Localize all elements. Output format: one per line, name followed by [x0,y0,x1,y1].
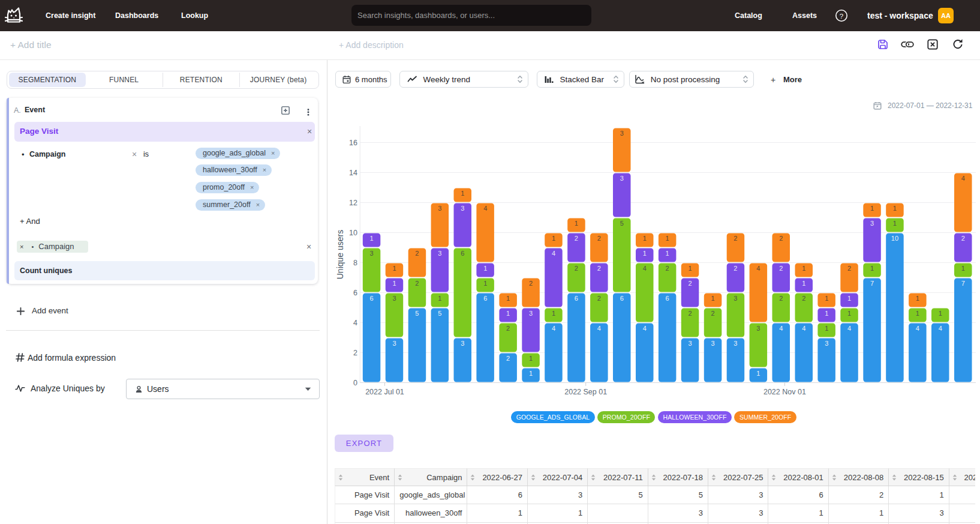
svg-text:2: 2 [779,265,783,272]
svg-text:1: 1 [438,295,441,302]
svg-text:2: 2 [415,280,419,287]
svg-text:2: 2 [847,265,851,272]
svg-text:2: 2 [689,280,692,287]
svg-text:1: 1 [825,310,828,317]
svg-text:1: 1 [392,280,396,287]
svg-text:2: 2 [415,250,419,257]
svg-text:1: 1 [939,310,942,317]
svg-text:2: 2 [506,325,510,332]
svg-text:3: 3 [392,340,396,347]
svg-text:2: 2 [779,295,783,302]
svg-text:1: 1 [552,310,555,317]
svg-text:4: 4 [802,325,805,332]
svg-text:4: 4 [552,250,555,257]
svg-text:1: 1 [483,280,487,287]
svg-text:1: 1 [802,265,805,272]
svg-text:6: 6 [369,295,373,302]
svg-text:8: 8 [353,259,357,267]
svg-text:1: 1 [461,190,464,197]
svg-text:1: 1 [870,265,874,272]
svg-text:1: 1 [369,235,373,242]
svg-text:1: 1 [825,295,828,302]
svg-text:3: 3 [438,250,441,257]
svg-text:5: 5 [415,310,419,317]
svg-text:7: 7 [870,280,874,287]
svg-text:4: 4 [847,325,851,332]
svg-text:7: 7 [961,280,965,287]
svg-text:3: 3 [825,340,828,347]
svg-text:6: 6 [483,295,487,302]
svg-text:2: 2 [779,235,783,242]
svg-text:3: 3 [369,250,373,257]
svg-text:3: 3 [620,130,624,137]
svg-text:2: 2 [597,265,601,272]
svg-text:4: 4 [939,325,942,332]
svg-text:Unique users: Unique users [335,230,345,280]
svg-text:2: 2 [529,280,533,287]
svg-text:2: 2 [575,265,578,272]
svg-text:3: 3 [756,325,760,332]
svg-text:1: 1 [847,310,851,317]
svg-text:6: 6 [461,250,464,257]
svg-text:1: 1 [689,265,692,272]
svg-text:1: 1 [529,355,533,362]
svg-text:1: 1 [893,220,897,227]
svg-text:2: 2 [575,235,578,242]
svg-text:1: 1 [802,280,805,287]
svg-text:2: 2 [961,235,965,242]
svg-text:3: 3 [734,295,737,302]
svg-text:5: 5 [620,220,624,227]
svg-text:0: 0 [353,379,357,387]
svg-text:4: 4 [916,325,919,332]
svg-text:2: 2 [734,265,737,272]
svg-text:3: 3 [438,205,441,212]
svg-text:2: 2 [506,355,510,362]
svg-text:2: 2 [597,235,601,242]
svg-text:2022 Jul 01: 2022 Jul 01 [365,388,404,396]
svg-text:1: 1 [961,265,965,272]
svg-text:1: 1 [916,310,919,317]
svg-text:14: 14 [349,169,357,177]
svg-text:6: 6 [353,289,357,297]
svg-text:2: 2 [711,310,714,317]
svg-text:3: 3 [689,340,692,347]
svg-text:6: 6 [575,295,578,302]
svg-text:1: 1 [483,265,487,272]
svg-text:5: 5 [438,310,441,317]
svg-text:1: 1 [666,250,669,257]
svg-text:3: 3 [529,310,533,317]
svg-text:2: 2 [734,235,737,242]
svg-text:4: 4 [353,319,357,327]
svg-text:6: 6 [620,295,624,302]
svg-text:2: 2 [597,295,601,302]
svg-text:12: 12 [349,199,357,207]
svg-text:2022 Sep 01: 2022 Sep 01 [564,388,607,396]
svg-text:4: 4 [961,175,965,182]
svg-text:4: 4 [779,325,783,332]
svg-text:1: 1 [825,325,828,332]
svg-text:3: 3 [711,340,714,347]
svg-text:1: 1 [870,205,874,212]
svg-text:1: 1 [506,310,510,317]
svg-text:2: 2 [689,310,692,317]
svg-text:2022 Nov 01: 2022 Nov 01 [763,388,806,396]
svg-text:3: 3 [620,175,624,182]
svg-text:4: 4 [643,265,647,272]
svg-text:1: 1 [392,265,396,272]
svg-text:1: 1 [893,205,897,212]
svg-text:1: 1 [666,235,669,242]
svg-text:3: 3 [461,340,464,347]
svg-text:16: 16 [349,139,357,147]
svg-text:4: 4 [483,205,487,212]
svg-text:2: 2 [353,349,357,357]
svg-text:6: 6 [666,295,669,302]
svg-text:3: 3 [461,205,464,212]
svg-text:1: 1 [643,235,647,242]
svg-text:3: 3 [734,340,737,347]
svg-text:3: 3 [870,220,874,227]
svg-text:3: 3 [392,295,396,302]
svg-text:1: 1 [756,370,760,377]
svg-text:1: 1 [916,295,919,302]
svg-text:1: 1 [506,295,510,302]
svg-text:1: 1 [643,250,647,257]
